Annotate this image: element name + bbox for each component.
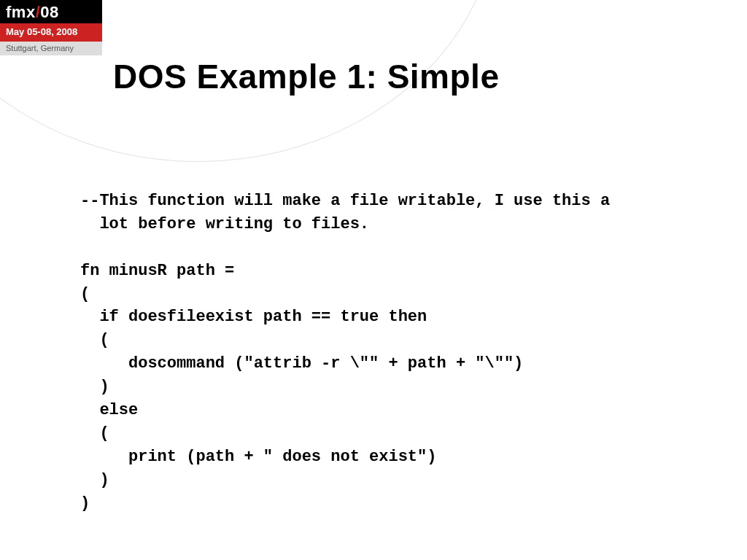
conference-badge: fmx/08 May 05-08, 2008 Stuttgart, German…	[0, 0, 102, 55]
badge-year: 08	[40, 3, 58, 21]
badge-title: fmx/08	[0, 0, 102, 23]
badge-name: fmx	[6, 3, 36, 21]
code-block: --This function will make a file writabl…	[80, 190, 718, 515]
badge-dates: May 05-08, 2008	[0, 23, 102, 42]
badge-location: Stuttgart, Germany	[0, 42, 102, 55]
slide-title: DOS Example 1: Simple	[113, 57, 499, 96]
